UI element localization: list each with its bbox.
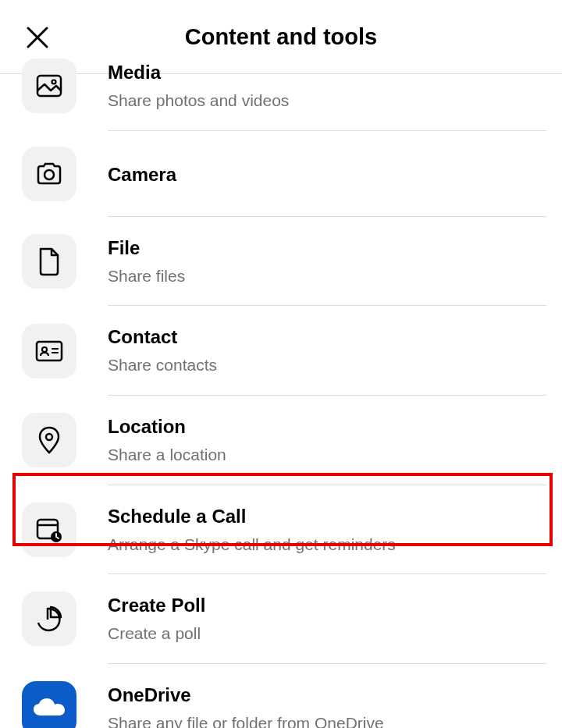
pie-chart-icon (22, 591, 76, 646)
contact-card-icon (22, 324, 76, 378)
list-item-create-poll[interactable]: Create Poll Create a poll (0, 574, 562, 664)
list-item-contact[interactable]: Contact Share contacts (0, 306, 562, 396)
item-title: Schedule a Call (108, 504, 546, 528)
svg-point-4 (42, 347, 47, 352)
tools-list: Media Share photos and videos Camera Fil… (0, 41, 562, 728)
item-title: Media (108, 60, 546, 84)
list-item-onedrive[interactable]: OneDrive Share any file or folder from O… (0, 664, 562, 728)
item-subtitle: Share photos and videos (108, 89, 546, 112)
item-subtitle: Share files (108, 265, 546, 288)
item-subtitle: Create a poll (108, 622, 546, 645)
item-subtitle: Share contacts (108, 353, 546, 377)
item-subtitle: Share any file or folder from OneDrive (108, 712, 546, 728)
list-item-location[interactable]: Location Share a location (0, 396, 562, 485)
item-title: Location (108, 414, 546, 439)
file-icon (22, 234, 76, 289)
list-item-file[interactable]: File Share files (0, 217, 562, 307)
svg-point-7 (46, 434, 52, 440)
list-item-media[interactable]: Media Share photos and videos (0, 41, 562, 131)
item-title: Camera (108, 162, 546, 186)
item-title: OneDrive (108, 683, 546, 707)
list-item-camera[interactable]: Camera (0, 131, 562, 217)
svg-point-1 (52, 80, 56, 84)
item-subtitle: Share a location (108, 443, 546, 467)
camera-icon (22, 147, 76, 201)
item-title: File (108, 236, 546, 260)
svg-rect-3 (37, 342, 62, 360)
svg-point-2 (44, 170, 54, 179)
location-pin-icon (22, 413, 76, 467)
calendar-clock-icon (22, 502, 76, 557)
item-title: Create Poll (108, 593, 546, 617)
item-title: Contact (108, 325, 546, 349)
onedrive-icon (22, 681, 76, 728)
image-icon (22, 59, 76, 113)
list-item-schedule-call[interactable]: Schedule a Call Arrange a Skype call and… (0, 485, 562, 575)
item-subtitle: Arrange a Skype call and get reminders (108, 533, 546, 556)
